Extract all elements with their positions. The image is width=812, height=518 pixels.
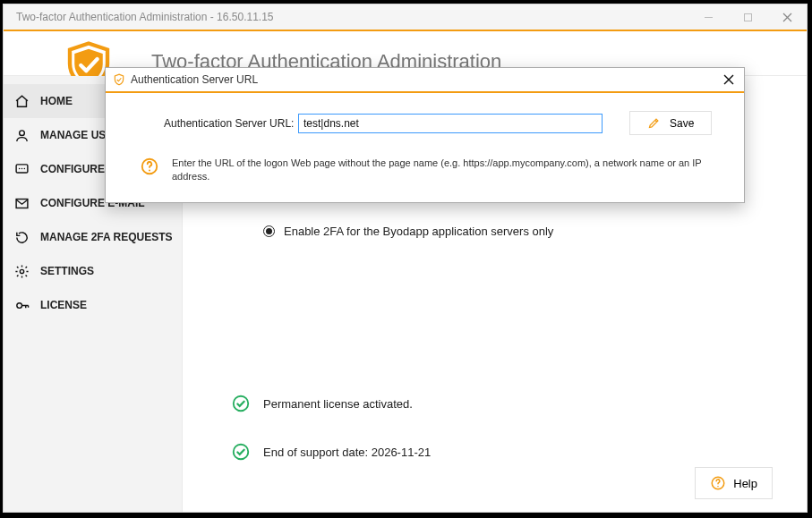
sidebar-item-manage-requests[interactable]: MANAGE 2FA REQUESTS [4, 220, 182, 254]
dialog-close-button[interactable] [714, 68, 744, 91]
sidebar-item-label: LICENSE [40, 299, 87, 311]
gear-icon [14, 264, 30, 279]
save-button[interactable]: Save [629, 111, 712, 135]
pencil-icon [647, 116, 661, 130]
svg-point-4 [20, 130, 25, 135]
close-icon [723, 74, 734, 85]
dialog-title: Authentication Server URL [131, 73, 258, 86]
sidebar-item-label: SETTINGS [40, 265, 94, 277]
auth-url-input[interactable] [298, 114, 603, 133]
sidebar-item-settings[interactable]: SETTINGS [4, 254, 182, 288]
help-icon [710, 475, 726, 491]
auth-url-label: Authentication Server URL: [124, 117, 298, 130]
auth-url-dialog: Authentication Server URL Authentication… [105, 67, 745, 203]
sidebar-item-label: MANAGE 2FA REQUESTS [40, 231, 173, 243]
user-icon [14, 128, 30, 143]
svg-point-8 [24, 167, 26, 169]
maximize-button[interactable] [728, 4, 767, 30]
home-icon [14, 94, 30, 109]
window-title: Two-factor Authentication Administration… [16, 11, 274, 23]
window-titlebar: Two-factor Authentication Administration… [4, 4, 807, 30]
shield-icon [113, 73, 125, 86]
svg-point-6 [19, 167, 21, 169]
svg-rect-1 [744, 13, 751, 21]
sidebar-item-label: HOME [40, 95, 73, 107]
status-text: Permanent license activated. [263, 397, 413, 411]
support-status-card: End of support date: 2026-11-21 [218, 433, 771, 471]
sidebar-item-license[interactable]: LICENSE [4, 288, 182, 322]
save-label: Save [670, 117, 694, 130]
sms-icon [14, 162, 30, 177]
minimize-button[interactable] [688, 4, 728, 30]
help-icon [140, 157, 159, 176]
svg-point-19 [149, 170, 150, 172]
enable-2fa-radio[interactable]: Enable 2FA for the Byodapp application s… [218, 216, 771, 247]
help-button[interactable]: Help [695, 467, 773, 499]
mail-icon [14, 196, 30, 211]
license-status-card: Permanent license activated. [218, 385, 771, 422]
svg-point-10 [20, 269, 23, 273]
svg-point-7 [21, 167, 23, 169]
key-icon [14, 298, 30, 313]
dialog-hint: Enter the URL of the logon Web page with… [172, 157, 704, 183]
svg-point-11 [17, 302, 22, 308]
check-circle-icon [231, 394, 251, 413]
refresh-icon [14, 230, 30, 245]
check-circle-icon [231, 442, 251, 462]
close-button[interactable] [767, 4, 807, 30]
svg-point-15 [717, 486, 719, 488]
status-text: End of support date: 2026-11-21 [263, 446, 431, 459]
help-label: Help [733, 477, 757, 490]
radio-selected-icon [263, 225, 275, 237]
radio-label: Enable 2FA for the Byodapp application s… [284, 225, 553, 238]
